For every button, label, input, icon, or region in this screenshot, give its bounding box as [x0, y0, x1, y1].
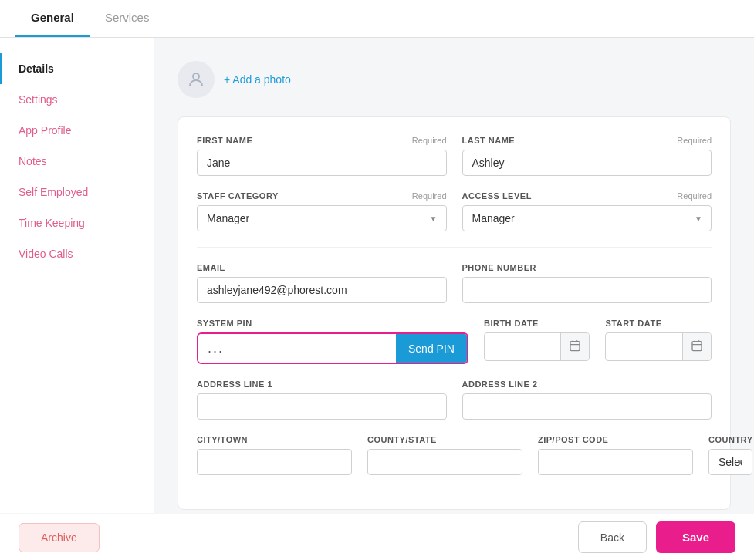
address1-input[interactable]: [197, 393, 447, 420]
email-group: EMAIL: [197, 263, 447, 303]
address2-label: ADDRESS LINE 2: [462, 380, 538, 389]
birth-date-label: BIRTH DATE: [484, 319, 539, 328]
first-name-required: Required: [412, 136, 447, 145]
start-date-input[interactable]: [606, 335, 682, 359]
name-row: FIRST NAME Required LAST NAME Required: [197, 136, 712, 176]
country-select-wrapper: Select...: [708, 449, 752, 475]
last-name-label: LAST NAME: [462, 136, 516, 145]
sidebar-item-self-employed[interactable]: Self Employed: [0, 177, 154, 207]
last-name-required: Required: [677, 136, 712, 145]
country-label: COUNTRY: [708, 435, 752, 444]
address2-group: ADDRESS LINE 2: [462, 380, 712, 420]
content-area: + Add a photo FIRST NAME Required LAST N…: [154, 38, 754, 513]
system-pin-label: SYSTEM PIN: [197, 319, 252, 328]
birth-date-group: BIRTH DATE: [484, 319, 590, 364]
divider-1: [197, 247, 712, 248]
zip-label: ZIP/POST CODE: [538, 435, 608, 444]
city-input[interactable]: [197, 449, 352, 475]
system-pin-input[interactable]: [198, 334, 396, 363]
city-row: CITY/TOWN COUNTY/STATE ZIP/POST CODE: [197, 435, 712, 475]
sidebar-item-time-keeping[interactable]: Time Keeping: [0, 207, 154, 238]
add-photo-link[interactable]: + Add a photo: [224, 73, 291, 86]
pin-dates-row: SYSTEM PIN Send PIN BIRTH DATE: [197, 319, 712, 364]
send-pin-button[interactable]: Send PIN: [396, 334, 467, 363]
birth-date-wrapper: [484, 332, 590, 361]
sidebar: Details Settings App Profile Notes Self …: [0, 38, 154, 513]
staff-category-required: Required: [412, 191, 447, 201]
address2-input[interactable]: [462, 393, 712, 420]
last-name-input[interactable]: [462, 150, 712, 176]
email-phone-row: EMAIL PHONE NUMBER: [197, 263, 712, 303]
top-tabs: General Services: [0, 0, 754, 38]
access-level-group: ACCESS LEVEL Required Manager: [462, 191, 712, 231]
first-name-label: FIRST NAME: [197, 136, 252, 145]
form-card: FIRST NAME Required LAST NAME Required: [178, 116, 731, 510]
county-label: COUNTY/STATE: [367, 435, 437, 444]
phone-input[interactable]: [462, 277, 712, 303]
sidebar-item-settings[interactable]: Settings: [0, 84, 154, 115]
access-level-select[interactable]: Manager: [462, 205, 712, 231]
start-date-wrapper: [605, 332, 712, 361]
country-group: COUNTRY Select...: [708, 435, 752, 475]
access-level-select-wrapper: Manager: [462, 205, 712, 231]
staff-category-select-wrapper: Manager: [197, 205, 447, 231]
email-label: EMAIL: [197, 263, 225, 272]
main-layout: Details Settings App Profile Notes Self …: [0, 38, 754, 513]
staff-category-group: STAFF CATEGORY Required Manager: [197, 191, 447, 231]
svg-rect-1: [570, 342, 580, 351]
address-row: ADDRESS LINE 1 ADDRESS LINE 2: [197, 380, 712, 420]
tab-general[interactable]: General: [15, 0, 90, 37]
avatar: [178, 61, 215, 98]
phone-group: PHONE NUMBER: [462, 263, 712, 303]
city-label: CITY/TOWN: [197, 435, 248, 444]
birth-date-input[interactable]: [485, 335, 561, 359]
staff-category-label: STAFF CATEGORY: [197, 191, 279, 201]
sidebar-item-video-calls[interactable]: Video Calls: [0, 238, 154, 269]
start-date-label: START DATE: [605, 319, 661, 328]
start-date-group: START DATE: [605, 319, 712, 364]
address1-label: ADDRESS LINE 1: [197, 380, 272, 389]
svg-point-0: [193, 73, 199, 79]
system-pin-group: SYSTEM PIN Send PIN: [197, 319, 468, 364]
county-input[interactable]: [367, 449, 522, 475]
access-level-required: Required: [677, 191, 712, 201]
address1-group: ADDRESS LINE 1: [197, 380, 447, 420]
first-name-group: FIRST NAME Required: [197, 136, 447, 176]
staff-category-select[interactable]: Manager: [197, 205, 447, 231]
category-row: STAFF CATEGORY Required Manager ACCESS L…: [197, 191, 712, 231]
city-group: CITY/TOWN: [197, 435, 352, 475]
birth-date-calendar-button[interactable]: [560, 333, 589, 360]
country-select[interactable]: Select...: [708, 449, 752, 475]
county-group: COUNTY/STATE: [367, 435, 522, 475]
tab-services[interactable]: Services: [90, 0, 165, 37]
svg-rect-5: [692, 342, 702, 351]
email-input[interactable]: [197, 277, 447, 303]
sidebar-item-notes[interactable]: Notes: [0, 146, 154, 177]
zip-group: ZIP/POST CODE: [538, 435, 693, 475]
phone-label: PHONE NUMBER: [462, 263, 536, 272]
sidebar-item-app-profile[interactable]: App Profile: [0, 115, 154, 146]
first-name-input[interactable]: [197, 150, 447, 176]
access-level-label: ACCESS LEVEL: [462, 191, 532, 201]
system-pin-wrapper: Send PIN: [197, 332, 468, 364]
zip-input[interactable]: [538, 449, 693, 475]
last-name-group: LAST NAME Required: [462, 136, 712, 176]
sidebar-item-details[interactable]: Details: [0, 53, 154, 84]
photo-row: + Add a photo: [178, 61, 731, 98]
start-date-calendar-button[interactable]: [682, 333, 711, 360]
